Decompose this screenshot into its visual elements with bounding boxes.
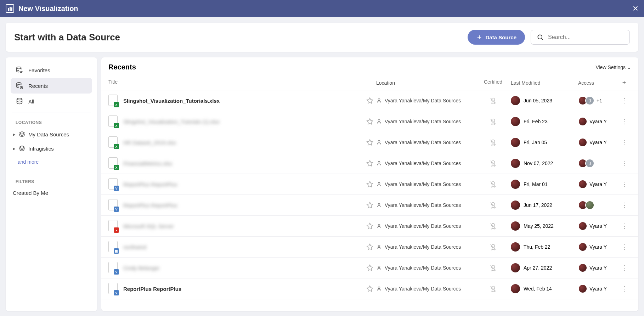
access-cell: Vyara Y [575,221,617,231]
row-actions-button[interactable]: ⋮ [617,159,631,167]
database-star-icon [16,66,23,74]
avatar [585,201,594,210]
location-cell: Vyara Yanakieva/My Data Sources [376,265,475,271]
file-title: ReportPlus ReportPlus [123,202,177,208]
star-icon[interactable] [366,97,373,104]
star-icon[interactable] [366,285,373,292]
search-box[interactable] [531,30,630,45]
certificate-icon [489,97,497,105]
column-access[interactable]: Access [575,79,617,86]
modified-text: Thu, Feb 22 [524,244,550,250]
filter-created-by-me[interactable]: Created By Me [11,186,92,199]
avatar: J [585,159,594,168]
column-modified[interactable]: Last Modified [511,79,575,86]
table-row[interactable]: XSlingshot_Visualization_Tutorials.xlsxV… [101,90,638,111]
avatar [511,117,520,126]
sidebar-location-infragistics[interactable]: ▶ Infragistics [11,141,92,156]
svg-point-0 [538,35,542,39]
locations-heading: Locations [11,117,92,127]
svg-point-5 [378,99,380,101]
row-actions-button[interactable]: ⋮ [617,139,631,146]
column-title[interactable]: Title [108,79,376,86]
access-text: Vyara Y [589,223,607,229]
location-text: Vyara Yanakieva/My Data Sources [385,98,461,103]
location-cell: Vyara Yanakieva/My Data Sources [376,286,475,292]
star-icon[interactable] [366,181,373,188]
star-icon[interactable] [366,160,373,167]
divider [12,113,91,113]
table-row[interactable]: VReportPlus ReportPlusVyara Yanakieva/My… [101,278,638,299]
table-row[interactable]: VReportPlus ReportPlusVyara Yanakieva/My… [101,195,638,216]
access-text: Vyara Y [589,244,607,250]
table-row[interactable]: VCindy BelangerVyara Yanakieva/My Data S… [101,258,638,278]
location-cell: Vyara Yanakieva/My Data Sources [376,140,475,145]
sidebar-item-all[interactable]: All [11,94,92,109]
star-icon[interactable] [366,264,373,271]
modified-text: Wed, Feb 14 [524,286,552,292]
certified-cell [475,222,511,230]
close-icon[interactable]: × [633,3,638,14]
avatar [511,180,520,189]
view-settings-button[interactable]: View Settings ⌄ [595,64,631,70]
row-actions-button[interactable]: ⋮ [617,222,631,230]
row-actions-button[interactable]: ⋮ [617,201,631,209]
add-data-source-button[interactable]: Data Source [468,30,525,45]
sidebar-item-favorites[interactable]: Favorites [11,62,92,78]
page-title: Start with a Data Source [14,32,468,43]
star-icon[interactable] [366,222,373,230]
star-icon[interactable] [366,139,373,146]
access-text: Vyara Y [589,181,607,187]
certificate-icon [489,264,497,272]
certificate-icon [489,243,497,251]
location-text: Vyara Yanakieva/My Data Sources [385,119,461,124]
access-cell: Vyara Y [575,117,617,126]
row-actions-button[interactable]: ⋮ [617,285,631,293]
search-input[interactable] [548,34,624,40]
svg-point-9 [378,141,380,142]
location-text: Vyara Yanakieva/My Data Sources [385,160,461,166]
certified-cell [475,180,511,188]
avatar [578,284,587,293]
modified-cell: Apr 27, 2022 [511,263,575,272]
table-row[interactable]: XSlingshot_Visualization_Tutorials (1).x… [101,111,638,132]
table-row[interactable]: ▦northwindVyara Yanakieva/My Data Source… [101,237,638,258]
file-title: Slingshot_Visualization_Tutorials (1).xl… [123,119,220,125]
star-icon[interactable] [366,243,373,250]
location-cell: Vyara Yanakieva/My Data Sources [376,202,475,208]
sidebar-location-my-data-sources[interactable]: ▶ My Data Sources [11,127,92,141]
column-location[interactable]: Location [376,79,475,86]
file-icon: X [108,115,118,128]
row-actions-button[interactable]: ⋮ [617,180,631,188]
add-data-source-label: Data Source [485,34,516,40]
certified-cell [475,201,511,209]
and-more-link[interactable]: and more [11,156,92,168]
row-actions-button[interactable]: ⋮ [617,118,631,125]
file-title: northwind [123,244,146,250]
table-row[interactable]: VReportPlus ReportPlusVyara Yanakieva/My… [101,174,638,195]
chevron-down-icon: ⌄ [627,64,631,70]
certificate-icon [489,201,497,209]
star-icon[interactable] [366,118,373,125]
main-head: Recents View Settings ⌄ [101,57,638,75]
modified-cell: May 25, 2022 [511,221,575,231]
user-icon [376,286,382,292]
row-actions-button[interactable]: ⋮ [617,97,631,105]
file-icon: ▪ [108,220,118,232]
row-actions-button[interactable]: ⋮ [617,264,631,272]
sidebar-item-recents[interactable]: Recents [11,78,92,94]
location-text: Vyara Yanakieva/My Data Sources [385,181,461,187]
modified-cell: Nov 07, 2022 [511,159,575,168]
add-column-button[interactable]: + [617,79,631,86]
row-actions-button[interactable]: ⋮ [617,243,631,251]
location-cell: Vyara Yanakieva/My Data Sources [376,244,475,250]
table-row[interactable]: XFinancialMetrics.xlsxVyara Yanakieva/My… [101,153,638,174]
star-icon[interactable] [366,202,373,209]
location-text: Vyara Yanakieva/My Data Sources [385,140,461,145]
table-row[interactable]: XHR Dataset_2019.xlsxVyara Yanakieva/My … [101,132,638,153]
table-row[interactable]: ▪Microsoft SQL ServerVyara Yanakieva/My … [101,216,638,237]
toolbar: Start with a Data Source Data Source [6,23,638,52]
certified-cell [475,264,511,272]
sidebar-item-label: Recents [28,83,48,89]
access-cell: Vyara Y [575,242,617,252]
column-certified[interactable]: Certified [475,79,511,86]
